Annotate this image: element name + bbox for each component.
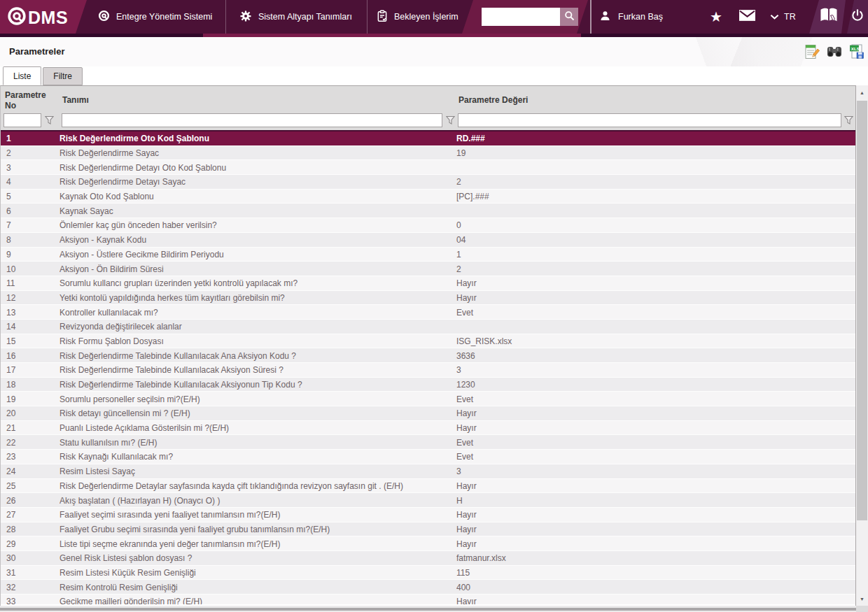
cell-parametre-degeri: Hayır: [456, 278, 855, 288]
cell-parametre-no: 31: [1, 568, 59, 578]
table-row[interactable]: 13 Kontroller kullanılacak mı? Evet: [1, 305, 855, 320]
scrollbar-thumb[interactable]: [857, 101, 867, 520]
cell-tanimi: Sorumlu kullancı grupları üzerinden yetk…: [59, 278, 456, 288]
help-docs-button[interactable]: [819, 0, 839, 34]
cell-parametre-degeri: 3636: [456, 351, 855, 361]
table-row[interactable]: 19 Sorumlu personeller seçilsin mi?(E/H)…: [1, 392, 855, 406]
language-selector[interactable]: TR: [770, 0, 796, 34]
cell-parametre-no: 18: [1, 380, 59, 390]
favorites-button[interactable]: ★: [710, 0, 722, 34]
table-row[interactable]: 28 Faaliyet Grubu seçimi sırasında yeni …: [1, 522, 855, 537]
table-row[interactable]: 24 Resim Listesi Sayaç 3: [1, 464, 855, 479]
page-title: Parametreler: [9, 46, 65, 57]
cell-parametre-no: 11: [1, 278, 59, 288]
cell-tanimi: Aksiyon - Ön Bildirim Süresi: [59, 264, 456, 274]
table-row[interactable]: 27 Faaliyet seçimi sırasında yeni faaliy…: [1, 508, 855, 522]
qdms-window: DMS Entegre Yönetim Sistemi Sistem Altya…: [0, 0, 868, 612]
cell-parametre-no: 20: [1, 408, 59, 418]
qdms-logo[interactable]: DMS: [7, 6, 68, 29]
language-code: TR: [784, 12, 796, 22]
column-header-parametre-no[interactable]: Parametre No: [5, 90, 57, 111]
horizontal-scrollbar-thumb[interactable]: [0, 608, 868, 611]
cell-parametre-degeri: 2: [456, 264, 855, 274]
filter-input-parametre-no[interactable]: [4, 113, 41, 127]
edit-note-icon[interactable]: [804, 43, 820, 60]
page-header: Parametreler: [0, 37, 868, 66]
table-row[interactable]: 22 Statu kullanılsın mı? (E/H) Evet: [1, 435, 855, 450]
table-row[interactable]: 25 Risk Değerlendirme Detaylar sayfasınd…: [1, 479, 855, 494]
scroll-down-button[interactable]: ▼: [856, 593, 868, 604]
table-row[interactable]: 31 Resim Listesi Küçük Resim Genişliği 1…: [1, 566, 855, 581]
filter-funnel-icon[interactable]: [45, 115, 54, 125]
cell-parametre-no: 13: [1, 308, 59, 318]
table-row[interactable]: 7 Önlemler kaç gün önceden haber verilsi…: [1, 218, 855, 233]
top-navbar: DMS Entegre Yönetim Sistemi Sistem Altya…: [0, 0, 868, 34]
find-binoculars-icon[interactable]: [826, 43, 843, 60]
logout-button[interactable]: [850, 0, 864, 34]
table-row[interactable]: 14 Revizyonda değiştirilecek alanlar: [1, 320, 855, 334]
cell-parametre-degeri: 04: [456, 235, 855, 245]
cell-tanimi: Risk Değerlendirme Oto Kod Şablonu: [59, 134, 456, 143]
tab-liste[interactable]: Liste: [3, 66, 41, 85]
menu-bekleyen-islerim[interactable]: Bekleyen İşlerim: [377, 0, 458, 34]
table-row[interactable]: 11 Sorumlu kullancı grupları üzerinden y…: [1, 276, 855, 291]
table-row[interactable]: 8 Aksiyon - Kaynak Kodu 04: [1, 233, 855, 248]
filter-input-tanimi[interactable]: [62, 113, 442, 127]
table-row[interactable]: 10 Aksiyon - Ön Bildirim Süresi 2: [1, 262, 855, 276]
table-row[interactable]: 16 Risk Değerlendirme Talebinde Kullanıl…: [1, 348, 855, 363]
table-row[interactable]: 18 Risk Değerlendirme Talebinde Kullanıl…: [1, 378, 855, 392]
cell-tanimi: Risk Değerlendirme Talebinde Kullanılaca…: [59, 351, 456, 361]
cell-parametre-degeri: H: [456, 496, 855, 506]
table-row[interactable]: 23 Risk Kaynağı Kullanılacak mı? Evet: [1, 450, 855, 464]
menu-entegre-yonetim-sistemi[interactable]: Entegre Yönetim Sistemi: [98, 0, 212, 34]
cell-parametre-degeri: 1: [456, 250, 855, 259]
table-row[interactable]: 21 Puanlı Listede Açıklama Gösterilsin m…: [1, 421, 855, 436]
table-row[interactable]: 32 Resim Kontrolü Resim Genişliği 400: [1, 580, 855, 595]
table-row[interactable]: 2 Risk Değerlendirme Sayac 19: [1, 146, 855, 161]
table-row[interactable]: 30 Genel Risk Listesi şablon dosyası ? f…: [1, 551, 855, 566]
menu-sistem-altyapi-tanimlari[interactable]: Sistem Altyapı Tanımları: [239, 0, 352, 34]
filter-funnel-icon[interactable]: [446, 115, 455, 125]
star-icon: ★: [710, 0, 722, 34]
cell-parametre-degeri: Evet: [456, 308, 855, 318]
cell-tanimi: Risk Değerlendirme Sayac: [59, 148, 456, 158]
table-row[interactable]: 17 Risk Değerlendirme Talebinde Kullanıl…: [1, 363, 855, 378]
table-row[interactable]: 6 Kaynak Sayac: [1, 204, 855, 218]
cell-parametre-degeri: 2: [456, 177, 855, 187]
power-icon: [850, 8, 864, 25]
search-button[interactable]: [560, 8, 578, 26]
cell-parametre-no: 30: [1, 553, 59, 563]
filter-funnel-icon[interactable]: [844, 115, 853, 125]
cell-tanimi: Faaliyet Grubu seçimi sırasında yeni faa…: [59, 525, 456, 534]
table-row[interactable]: 9 Aksiyon - Üstlere Gecikme Bildirim Per…: [1, 248, 855, 262]
table-row[interactable]: 33 Gecikme mailleri gönderilsin mi? (E/H…: [1, 595, 855, 604]
table-row[interactable]: 15 Risk Formu Şablon Dosyası ISG_RISK.xl…: [1, 334, 855, 349]
table-row[interactable]: 12 Yetki kontolü yapıldığında herkes tüm…: [1, 291, 855, 306]
cell-tanimi: Risk Değerlendirme Talebinde Kullanılaca…: [59, 380, 456, 390]
search-icon: [564, 10, 575, 24]
scrollbar-corner: [856, 606, 868, 612]
table-row[interactable]: 20 Risk detayı güncellensin mi ? (E/H) H…: [1, 406, 855, 421]
vertical-scrollbar[interactable]: ▲ ▼: [856, 85, 868, 606]
table-row[interactable]: 5 Kaynak Oto Kod Şablonu [PC].###: [1, 190, 855, 204]
table-row[interactable]: 4 Risk Değerlendirme Detayı Sayac 2: [1, 175, 855, 190]
cell-parametre-no: 15: [1, 336, 59, 346]
export-excel-icon[interactable]: XLS: [848, 43, 865, 60]
global-search-input[interactable]: [482, 8, 560, 26]
user-menu[interactable]: Furkan Baş: [599, 0, 663, 34]
tab-filtre[interactable]: Filtre: [43, 67, 83, 85]
table-row[interactable]: 3 Risk Değerlendirme Detayı Oto Kod Şabl…: [1, 160, 855, 175]
cell-parametre-no: 26: [1, 496, 59, 506]
cell-tanimi: Genel Risk Listesi şablon dosyası ?: [59, 553, 456, 563]
table-row[interactable]: 29 Liste tipi seçme ekranında yeni değer…: [1, 536, 855, 551]
column-header-tanimi[interactable]: Tanımı: [62, 95, 89, 105]
column-header-parametre-degeri[interactable]: Parametre Değeri: [458, 95, 528, 105]
mail-button[interactable]: [739, 0, 755, 34]
cell-parametre-degeri: fatmanur.xlsx: [456, 553, 855, 563]
cell-tanimi: Resim Kontrolü Resim Genişliği: [59, 583, 456, 592]
scroll-up-button[interactable]: ▲: [856, 87, 868, 98]
table-row[interactable]: 1 Risk Değerlendirme Oto Kod Şablonu RD.…: [1, 131, 855, 146]
table-row[interactable]: 26 Akış başlatan ( (Hazırlayan H) (Onayc…: [1, 493, 855, 508]
filter-input-parametre-degeri[interactable]: [458, 113, 841, 127]
cell-parametre-no: 33: [1, 597, 59, 604]
